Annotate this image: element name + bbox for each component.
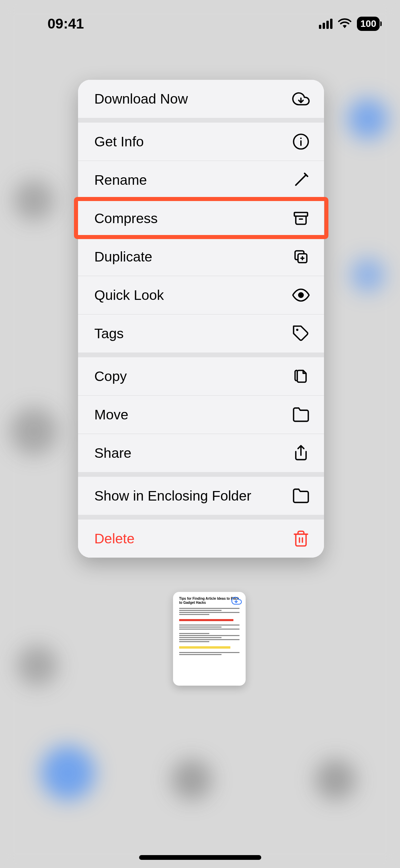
- menu-item-label: Rename: [94, 172, 147, 188]
- menu-delete[interactable]: Delete: [78, 520, 324, 558]
- menu-rename[interactable]: Rename: [78, 161, 324, 199]
- menu-get-info[interactable]: Get Info: [78, 123, 324, 161]
- status-bar: 09:41 100: [0, 0, 400, 41]
- status-indicators: 100: [319, 17, 380, 31]
- svg-line-3: [296, 175, 306, 185]
- file-thumbnail[interactable]: Tips for Finding Article Ideas to Pitch …: [173, 592, 246, 686]
- archive-box-icon: [292, 210, 310, 227]
- menu-item-label: Copy: [94, 368, 127, 384]
- menu-item-label: Quick Look: [94, 287, 164, 303]
- menu-duplicate[interactable]: Duplicate: [78, 238, 324, 276]
- svg-point-9: [299, 293, 303, 297]
- thumbnail-highlight: [179, 619, 233, 621]
- tag-icon: [292, 325, 310, 342]
- menu-item-label: Share: [94, 445, 131, 461]
- menu-item-label: Tags: [94, 326, 124, 342]
- menu-show-enclosing-folder[interactable]: Show in Enclosing Folder: [78, 477, 324, 515]
- pencil-icon: [292, 171, 310, 189]
- cloud-download-icon: [292, 90, 310, 108]
- menu-move[interactable]: Move: [78, 396, 324, 434]
- eye-icon: [292, 286, 310, 304]
- menu-item-label: Move: [94, 407, 128, 423]
- cellular-signal-icon: [319, 19, 332, 29]
- menu-quick-look[interactable]: Quick Look: [78, 276, 324, 314]
- menu-compress[interactable]: Compress: [78, 199, 324, 238]
- menu-download-now[interactable]: Download Now: [78, 80, 324, 118]
- context-menu: Download Now Get Info Rename: [78, 80, 324, 558]
- copy-doc-icon: [292, 367, 310, 385]
- folder-icon: [292, 487, 310, 505]
- menu-item-label: Download Now: [94, 91, 188, 107]
- thumbnail-highlight: [179, 646, 230, 649]
- folder-icon: [292, 406, 310, 423]
- menu-copy[interactable]: Copy: [78, 357, 324, 396]
- status-time: 09:41: [47, 16, 84, 32]
- menu-tags[interactable]: Tags: [78, 314, 324, 352]
- home-indicator[interactable]: [139, 855, 261, 860]
- menu-item-label: Show in Enclosing Folder: [94, 488, 251, 504]
- svg-point-2: [300, 138, 302, 139]
- share-icon: [292, 444, 310, 462]
- info-icon: [292, 133, 310, 150]
- menu-item-label: Compress: [94, 211, 158, 227]
- menu-share[interactable]: Share: [78, 434, 324, 472]
- trash-icon: [292, 530, 310, 547]
- battery-indicator: 100: [357, 17, 380, 31]
- duplicate-icon: [292, 248, 310, 266]
- svg-point-10: [296, 329, 299, 331]
- cloud-status-icon: [230, 595, 242, 606]
- svg-rect-4: [294, 213, 308, 216]
- menu-item-label: Delete: [94, 531, 135, 547]
- menu-item-label: Get Info: [94, 134, 144, 150]
- menu-item-label: Duplicate: [94, 249, 152, 265]
- wifi-icon: [338, 18, 351, 30]
